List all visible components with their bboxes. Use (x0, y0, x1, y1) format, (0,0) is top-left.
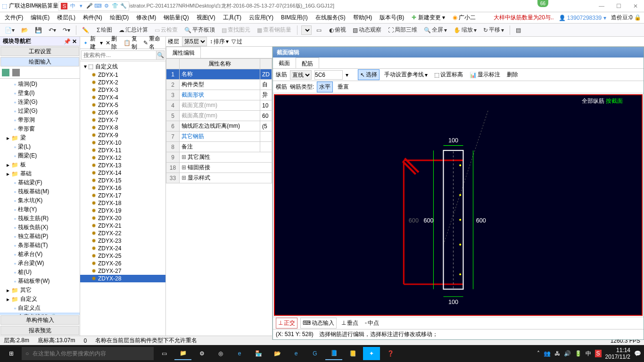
select-floor-btn[interactable]: ▤ (514, 26, 524, 34)
search-button[interactable]: 🔍 (157, 50, 165, 60)
app-note[interactable]: 📒 (344, 347, 361, 360)
menu-tools[interactable]: 工具(T) (221, 13, 243, 23)
section-project-settings[interactable]: 工程设置 (0, 47, 79, 56)
prop-row-3[interactable]: 3截面形状异 (166, 90, 272, 100)
nav-其它[interactable]: ▸📁 其它 (0, 286, 80, 295)
tray-ime-lang[interactable]: 中 (586, 350, 591, 358)
nav-基础梁(F)[interactable]: ▫ 基础梁(F) (0, 178, 80, 187)
user-switch[interactable]: ◉ 广小二 (451, 13, 478, 23)
nav-承台梁(W)[interactable]: ▫ 承台梁(W) (0, 259, 80, 268)
tab-section[interactable]: 截面 (273, 58, 296, 68)
tool-icon[interactable] (12, 69, 20, 76)
orbit-btn[interactable]: ◐ 俯视 (327, 25, 348, 35)
section-canvas[interactable]: 全部纵筋 按截面 (274, 94, 643, 316)
comp-ZDYX-12[interactable]: ✹ ZDYX-12 (80, 154, 165, 162)
comp-ZDYX-26[interactable]: ✹ ZDYX-26 (80, 260, 165, 267)
nav-筏板基础(M)[interactable]: ▫ 筏板基础(M) (0, 187, 80, 196)
tray-people[interactable]: 👥 (544, 350, 551, 357)
zoom-btn[interactable]: 🔍 全屏▾ (422, 25, 449, 35)
nav-自定义[interactable]: ▸📁 自定义 (0, 295, 80, 304)
redo-btn[interactable]: ↷▾ (61, 26, 72, 34)
nav-自定义点[interactable]: ▫ 自定义点 (0, 304, 80, 313)
nav-圈梁(E)[interactable]: ▫ 圈梁(E) (0, 151, 80, 160)
add-icon[interactable] (2, 69, 9, 76)
new-comp-btn[interactable]: 🔹新建▾ (82, 35, 103, 51)
show-annot-btn[interactable]: 📊 显示标注 (468, 70, 502, 80)
app-explorer[interactable]: 📂 (269, 347, 286, 360)
prop-row-2[interactable]: 2构件类型自 (166, 80, 272, 90)
rename-comp-btn[interactable]: ✎重命名 (143, 35, 164, 51)
alert-message[interactable]: 大样中纵筋数量为20与.. (494, 14, 554, 22)
nav-壁龛(I)[interactable]: ▫ 壁龛(I) (0, 89, 80, 98)
menu-edit[interactable]: 编辑(E) (29, 13, 51, 23)
comp-ZDYX-25[interactable]: ✹ ZDYX-25 (80, 252, 165, 260)
app-store[interactable]: 🏪 (250, 347, 267, 360)
sort-btn[interactable]: ↕排序▾ (210, 38, 229, 46)
ime-kb[interactable]: ⌨ (95, 3, 101, 9)
nav-筏板负筋(X)[interactable]: ▫ 筏板负筋(X) (0, 223, 80, 232)
nav-基础板带(W)[interactable]: ▫ 基础板带(W) (0, 277, 80, 286)
nav-墙洞(D)[interactable]: ▫ 墙洞(D) (0, 80, 80, 89)
prop-row-6[interactable]: 6轴线距左边线距离(mm)(5 (166, 121, 272, 132)
comp-ZDYX-3[interactable]: ✹ ZDYX-3 (80, 86, 165, 94)
comp-ZDYX-22[interactable]: ✹ ZDYX-22 (80, 230, 165, 237)
find-btn[interactable]: 🔍 平齐板顶 (182, 25, 217, 35)
draw-btn[interactable]: ✏️ (80, 26, 92, 34)
nav-独立基础(P)[interactable]: ▫ 独立基础(P) (0, 232, 80, 241)
comp-ZDYX-7[interactable]: ✹ ZDYX-7 (80, 116, 165, 124)
menu-component[interactable]: 构件(N) (81, 13, 104, 23)
prop-row-7[interactable]: 7其它钢筋 (166, 132, 272, 142)
open-file-btn[interactable]: 📂 (19, 26, 30, 34)
prop-row-18[interactable]: 18⊞ 锚固搭接 (166, 163, 272, 173)
start-button[interactable]: ⊞ (3, 347, 20, 360)
view-mode-select[interactable] (301, 25, 312, 35)
select-tool-btn[interactable]: ↖ 选择 (358, 69, 380, 80)
comp-ZDYX-28[interactable]: ✹ ZDYX-28 (80, 275, 165, 282)
comp-ZDYX-10[interactable]: ✹ ZDYX-10 (80, 139, 165, 147)
nav-带形洞[interactable]: ▫ 带形洞 (0, 115, 80, 124)
comp-ZDYX-11[interactable]: ✹ ZDYX-11 (80, 147, 165, 154)
pan-btn[interactable]: ✋ 缩放▾ (452, 25, 479, 35)
flush-btn[interactable]: ▭ 云检查 (153, 25, 180, 35)
app-help[interactable]: ❓ (382, 347, 399, 360)
nav-基础[interactable]: ▸📁 基础 (0, 169, 80, 178)
menu-rebar[interactable]: 钢筋量(Q) (162, 13, 190, 23)
comp-ZDYX-1[interactable]: ✹ ZDYX-1 (80, 71, 165, 79)
app-2[interactable]: ⚙ (193, 347, 210, 360)
nav-tree[interactable]: ▫ 墙洞(D)▫ 壁龛(I)▫ 连梁(G)▫ 过梁(G)▫ 带形洞▫ 带形窗▸📁… (0, 79, 80, 315)
prop-row-9[interactable]: 9⊞ 其它属性 (166, 152, 272, 163)
ime-drop[interactable]: ▾ (78, 3, 84, 9)
comp-ZDYX-15[interactable]: ✹ ZDYX-15 (80, 177, 165, 184)
del-comp-btn[interactable]: ✕删除 (106, 35, 121, 51)
save-file-btn[interactable]: 💾 (33, 26, 44, 34)
nav-柱墩(Y)[interactable]: ▫ 柱墩(Y) (0, 205, 80, 214)
nav-梁[interactable]: ▸📁 梁 (0, 133, 80, 142)
nav-桩承台(V)[interactable]: ▫ 桩承台(V) (0, 250, 80, 259)
comp-ZDYX-24[interactable]: ✹ ZDYX-24 (80, 245, 165, 252)
app-3[interactable]: ◎ (212, 347, 229, 360)
local3d-btn[interactable]: ▧ 动态观察 (351, 25, 383, 35)
comp-ZDYX-23[interactable]: ✹ ZDYX-23 (80, 237, 165, 245)
comp-ZDYX-27[interactable]: ✹ ZDYX-27 (80, 267, 165, 275)
menu-modify[interactable]: 修改(M) (134, 13, 158, 23)
nav-桩(U)[interactable]: ▫ 桩(U) (0, 268, 80, 277)
comp-ZDYX-18[interactable]: ✹ ZDYX-18 (80, 199, 165, 207)
rebar-value-input[interactable] (314, 70, 343, 80)
nav-梁(L)[interactable]: ▫ 梁(L) (0, 142, 80, 151)
tray-bat[interactable]: 🔋 (575, 350, 582, 357)
section-report[interactable]: 报表预览 (0, 326, 79, 335)
dyn-input-btn[interactable]: ⌨ 动态输入 (300, 318, 337, 329)
prop-row-4[interactable]: 4截面宽度(mm)10 (166, 100, 272, 111)
floor-select[interactable]: 第5层 (182, 37, 207, 46)
menu-floor[interactable]: 楼层(L) (55, 13, 77, 23)
rebar-qty-btn[interactable]: ▤ 查找图元 (220, 25, 252, 35)
sum-calc-btn[interactable]: Σ 绘图 (95, 25, 114, 35)
horizontal-btn[interactable]: 水平 (317, 82, 333, 92)
ime-toolbar[interactable]: S 中 ▾ 🎤 ⌨ ⚙ 👕 🔧 (58, 1, 129, 11)
maximize-button[interactable]: ☐ (612, 3, 625, 9)
comp-root[interactable]: ▾ ⬚ 自定义线 (80, 62, 165, 71)
nav-筏板主筋(R)[interactable]: ▫ 筏板主筋(R) (0, 214, 80, 223)
nav-带形窗[interactable]: ▫ 带形窗 (0, 124, 80, 133)
prop-row-1[interactable]: 1名称ZD (166, 69, 272, 80)
notification-badge[interactable]: 66 (537, 0, 548, 7)
